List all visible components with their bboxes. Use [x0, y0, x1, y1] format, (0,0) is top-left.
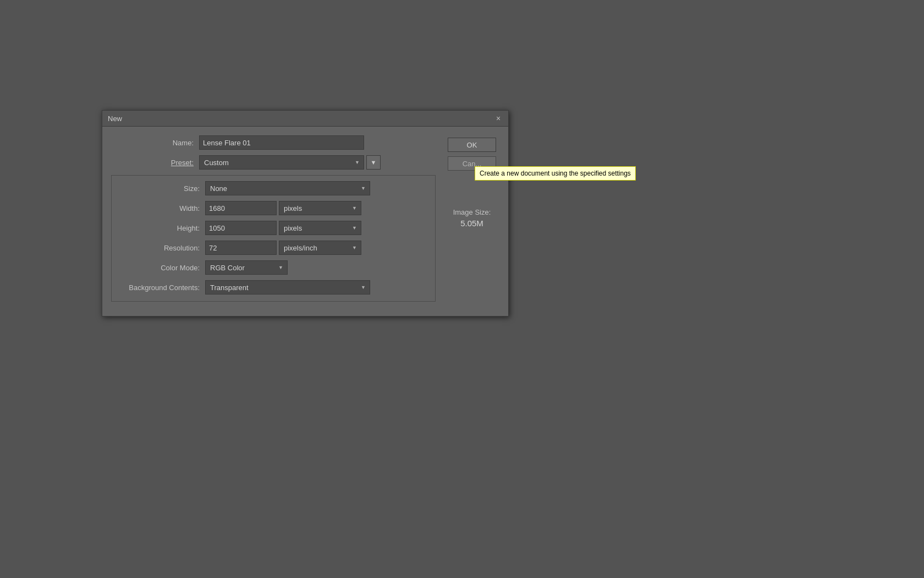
- preset-label: Preset:: [111, 159, 199, 167]
- preset-details-section: Size: None 640×480 800×600 1024×768: [111, 175, 436, 302]
- preset-select[interactable]: Custom Default Photoshop Size Letter Leg…: [199, 155, 364, 170]
- ok-button[interactable]: OK: [448, 138, 496, 152]
- width-row: Width: pixels inches cm mm points: [117, 201, 430, 215]
- size-select-wrapper: None 640×480 800×600 1024×768: [205, 181, 370, 195]
- dialog-close-button[interactable]: ×: [494, 114, 503, 123]
- width-unit-row: pixels inches cm mm points picas: [205, 201, 361, 215]
- dialog-form: Name: Preset: Custom Default Photoshop S…: [111, 135, 436, 307]
- width-label: Width:: [117, 204, 205, 212]
- new-document-dialog: New × Name: Preset: Custom Default Photo…: [102, 110, 509, 317]
- image-size-section: Image Size: 5.05M: [453, 208, 491, 228]
- bg-contents-row: Background Contents: White Background Co…: [117, 280, 430, 295]
- dialog-titlebar: New ×: [102, 111, 508, 127]
- resolution-input[interactable]: [205, 241, 277, 255]
- resolution-label: Resolution:: [117, 244, 205, 252]
- name-input[interactable]: [199, 135, 364, 150]
- size-row: Size: None 640×480 800×600 1024×768: [117, 181, 430, 195]
- name-label: Name:: [111, 139, 199, 147]
- dialog-title: New: [108, 114, 122, 123]
- bg-contents-label: Background Contents:: [117, 283, 205, 292]
- bg-contents-select[interactable]: White Background Color Transparent: [205, 280, 370, 295]
- color-mode-wrapper: Bitmap Grayscale RGB Color CMYK Color La…: [205, 260, 288, 275]
- size-label: Size:: [117, 184, 205, 193]
- dialog-right-panel: OK Can... Create a new document using th…: [444, 135, 499, 307]
- resolution-unit-wrapper: pixels/inch pixels/cm: [279, 241, 361, 255]
- preset-row: Preset: Custom Default Photoshop Size Le…: [111, 155, 436, 170]
- image-size-label: Image Size:: [453, 208, 491, 216]
- width-input[interactable]: [205, 201, 277, 215]
- height-unit-wrapper: pixels inches cm mm points picas: [279, 221, 361, 235]
- height-unit-select[interactable]: pixels inches cm mm points picas: [279, 221, 361, 235]
- resolution-unit-select[interactable]: pixels/inch pixels/cm: [279, 241, 361, 255]
- height-label: Height:: [117, 224, 205, 232]
- width-unit-select[interactable]: pixels inches cm mm points picas: [279, 201, 361, 215]
- height-unit-row: pixels inches cm mm points picas: [205, 221, 361, 235]
- width-unit-wrapper: pixels inches cm mm points picas: [279, 201, 361, 215]
- color-mode-row: Color Mode: Bitmap Grayscale RGB Color C…: [117, 260, 430, 275]
- image-size-value: 5.05M: [453, 219, 491, 228]
- bg-contents-wrapper: White Background Color Transparent: [205, 280, 370, 295]
- preset-options-button[interactable]: ▼: [366, 155, 381, 170]
- resolution-row: Resolution: pixels/inch pixels/cm: [117, 241, 430, 255]
- cancel-button[interactable]: Can...: [448, 156, 496, 171]
- preset-select-wrapper: Custom Default Photoshop Size Letter Leg…: [199, 155, 364, 170]
- dialog-body: Name: Preset: Custom Default Photoshop S…: [102, 127, 508, 316]
- name-row: Name:: [111, 135, 436, 150]
- size-select[interactable]: None 640×480 800×600 1024×768: [205, 181, 370, 195]
- height-input[interactable]: [205, 221, 277, 235]
- color-mode-label: Color Mode:: [117, 264, 205, 272]
- ok-tooltip: Create a new document using the specifie…: [475, 166, 636, 181]
- resolution-unit-row: pixels/inch pixels/cm: [205, 241, 361, 255]
- color-mode-select[interactable]: Bitmap Grayscale RGB Color CMYK Color La…: [205, 260, 288, 275]
- height-row: Height: pixels inches cm mm points: [117, 221, 430, 235]
